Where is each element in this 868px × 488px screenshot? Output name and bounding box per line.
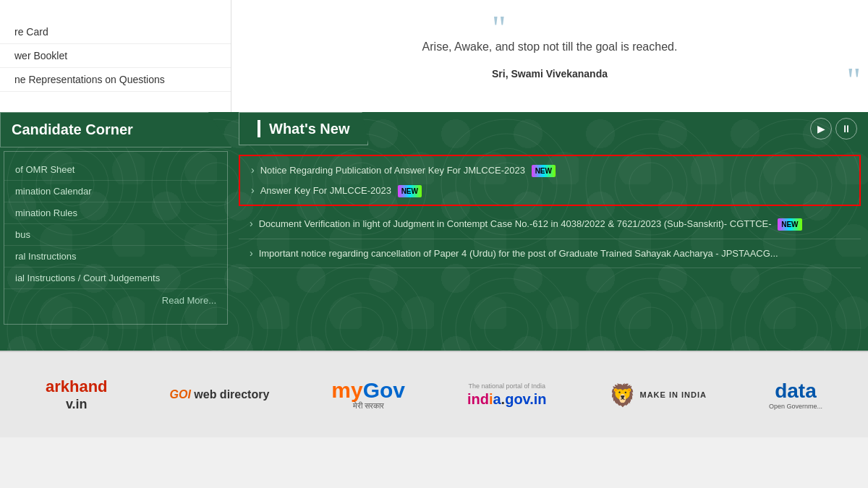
- open-quote-mark: ": [492, 11, 506, 46]
- pause-button[interactable]: ⏸: [835, 118, 857, 140]
- news-text-4[interactable]: Important notice regarding cancellation …: [259, 247, 778, 261]
- news-item-4: › Important notice regarding cancellatio…: [239, 239, 861, 269]
- controls: ▶ ⏸: [810, 118, 857, 140]
- goi-text: GOI web directory: [170, 388, 270, 401]
- data-gov-logo[interactable]: data Open Governme...: [769, 366, 822, 424]
- goi-web-directory-logo[interactable]: GOI web directory: [170, 366, 270, 424]
- quote-text: Arise, Awake, and stop not till the goal…: [422, 40, 678, 53]
- news-row-4: › Important notice regarding cancellatio…: [250, 247, 850, 261]
- news-text-1[interactable]: Notice Regarding Publication of Answer K…: [260, 163, 556, 178]
- menu-item-score-card[interactable]: re Card: [0, 20, 231, 44]
- candidate-item-exam-calendar[interactable]: mination Calendar: [4, 181, 227, 202]
- india-gov-logo[interactable]: The national portal of India india.gov.i…: [467, 366, 547, 424]
- new-badge-2: NEW: [398, 185, 422, 197]
- close-quote-mark: ": [846, 63, 861, 98]
- make-in-india-logo[interactable]: 🦁 MAKE IN INDIA: [609, 366, 707, 424]
- menu-item-representations[interactable]: ne Representations on Questions: [0, 68, 231, 92]
- india-gov-subtext: The national portal of India: [468, 382, 545, 390]
- quote-author: Sri, Swami Vivekananda: [492, 68, 608, 80]
- new-badge-1: NEW: [532, 165, 556, 177]
- india-gov-text: india.gov.in: [467, 391, 547, 408]
- news-text-3[interactable]: Document Verification in light of Judgme…: [259, 217, 802, 231]
- top-section: re Card wer Booklet ne Representations o…: [0, 0, 868, 112]
- green-section: Candidate Corner of OMR Sheet mination C…: [0, 112, 868, 351]
- mygov-subtext: मेरी सरकार: [353, 401, 384, 411]
- make-in-india-text: MAKE IN INDIA: [640, 390, 707, 399]
- news-text-2[interactable]: Answer Key For JMLCCE-2023 NEW: [260, 184, 422, 198]
- candidate-corner: Candidate Corner of OMR Sheet mination C…: [0, 112, 231, 351]
- footer-section: arkhand v.in GOI web directory myGov मेर…: [0, 351, 868, 437]
- candidate-corner-header: Candidate Corner: [0, 112, 231, 147]
- news-arrow-1: ›: [251, 164, 255, 176]
- whats-new-header: What's New ▶ ⏸: [239, 112, 861, 145]
- candidate-item-syllabus[interactable]: bus: [4, 224, 227, 246]
- news-highlighted-box: › Notice Regarding Publication of Answer…: [239, 155, 861, 206]
- candidate-item-special-instructions[interactable]: ial Instructions / Court Judgements: [4, 267, 227, 289]
- candidate-item-general-instructions[interactable]: ral Instructions: [4, 246, 227, 267]
- read-more-link[interactable]: Read More...: [4, 289, 227, 312]
- play-button[interactable]: ▶: [810, 118, 832, 140]
- jharkhand-text2: v.in: [66, 397, 88, 412]
- mygov-logo[interactable]: myGov मेरी सरकार: [331, 366, 405, 424]
- news-container: › Notice Regarding Publication of Answer…: [239, 151, 861, 272]
- top-left-menu: re Card wer Booklet ne Representations o…: [0, 0, 231, 112]
- new-badge-3: NEW: [778, 218, 801, 231]
- news-row-3: › Document Verification in light of Judg…: [250, 217, 850, 231]
- candidate-item-exam-rules[interactable]: mination Rules: [4, 202, 227, 224]
- news-row-1: › Notice Regarding Publication of Answer…: [251, 163, 848, 178]
- data-text: data: [775, 380, 817, 403]
- mygov-text: myGov: [331, 380, 405, 401]
- news-arrow-4: ›: [250, 247, 253, 259]
- lion-icon: 🦁: [609, 382, 636, 408]
- make-in-india-container: 🦁 MAKE IN INDIA: [609, 382, 707, 408]
- quote-section: " Arise, Awake, and stop not till the go…: [231, 0, 868, 112]
- whats-new-title: What's New: [239, 112, 368, 145]
- news-arrow-3: ›: [250, 218, 253, 229]
- menu-item-answer-booklet[interactable]: wer Booklet: [0, 44, 231, 68]
- jharkhand-logo[interactable]: arkhand v.in: [46, 366, 108, 424]
- candidate-corner-box: of OMR Sheet mination Calendar mination …: [4, 151, 228, 325]
- data-subtext: Open Governme...: [769, 403, 822, 410]
- whats-new-section: What's New ▶ ⏸ › Notice Regarding Public…: [231, 112, 868, 351]
- jharkhand-text1: arkhand: [46, 377, 108, 395]
- news-row-2: › Answer Key For JMLCCE-2023 NEW: [251, 184, 848, 198]
- news-arrow-2: ›: [251, 184, 255, 196]
- news-item-3: › Document Verification in light of Judg…: [239, 210, 861, 239]
- candidate-item-omr[interactable]: of OMR Sheet: [4, 159, 227, 181]
